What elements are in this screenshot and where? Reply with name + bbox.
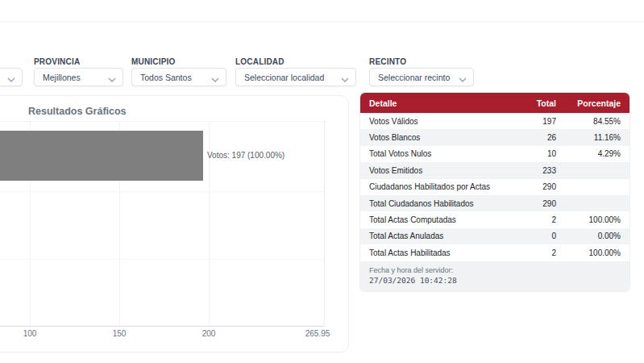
row-total: 2: [492, 215, 556, 224]
table-footer: Fecha y hora del servidor: 27/03/2026 10…: [360, 261, 629, 291]
row-total: 0: [492, 232, 556, 240]
row-porcentaje: 4.29%: [556, 149, 621, 158]
row-detalle: Votos Emitidos: [369, 166, 492, 175]
recinto-label: RECINTO: [369, 57, 406, 66]
recinto-select-value: Seleccionar recinto: [378, 73, 450, 82]
chevron-down-icon: [459, 75, 467, 85]
row-detalle: Total Actas Habilitadas: [369, 248, 492, 257]
x-tick-label: 200: [185, 329, 233, 338]
provincia-label: PROVINCIA: [34, 57, 80, 66]
provincia-select[interactable]: Mejillones: [34, 68, 123, 86]
row-porcentaje: 11.16%: [556, 133, 621, 142]
table-row: Total Actas Anuladas 0 0.00%: [360, 228, 629, 244]
x-tick-label: 265.95: [293, 329, 342, 338]
header-detalle: Detalle: [369, 98, 492, 108]
table-header-row: Detalle Total Porcentaje: [360, 93, 629, 113]
row-total: 2: [492, 248, 556, 257]
table-row: Votos Válidos 197 84.55%: [360, 113, 629, 129]
municipio-select-value: Todos Santos: [140, 73, 192, 82]
votos-bar: [0, 131, 203, 181]
row-porcentaje: 84.55%: [556, 117, 621, 126]
row-detalle: Votos Válidos: [369, 117, 492, 126]
chevron-down-icon: [211, 75, 219, 85]
row-porcentaje: 100.00%: [556, 248, 621, 257]
votos-bar-label: Votos: 197 (100.00%): [207, 151, 285, 160]
row-detalle: Total Ciudadanos Habilitados: [369, 199, 492, 208]
top-navbar: [0, 0, 644, 23]
x-axis-line: [0, 326, 324, 327]
row-total: 197: [492, 117, 556, 126]
row-porcentaje: 0.00%: [556, 232, 621, 240]
table-row: Votos Blancos 26 11.16%: [360, 129, 629, 145]
results-table: Detalle Total Porcentaje Votos Válidos 1…: [360, 93, 629, 291]
municipio-label: MUNICIPIO: [131, 57, 176, 66]
header-porcentaje: Porcentaje: [556, 98, 621, 108]
table-row: Total Actas Computadas 2 100.00%: [360, 211, 629, 227]
table-row: Total Ciudadanos Habilitados 290: [360, 195, 629, 211]
gridline-horizontal: [0, 259, 324, 260]
chart-title: Resultados Gráficos: [28, 106, 127, 117]
plot-top-border: [0, 121, 324, 122]
plot-right-border: [324, 121, 325, 326]
row-detalle: Votos Blancos: [369, 133, 492, 142]
chevron-down-icon: [7, 75, 15, 85]
chevron-down-icon: [341, 75, 349, 85]
row-total: 10: [492, 149, 556, 158]
server-datetime-value: 27/03/2026 10:42:28: [369, 276, 621, 285]
recinto-select[interactable]: Seleccionar recinto: [369, 68, 474, 86]
row-detalle: Total Actas Computadas: [369, 215, 492, 224]
localidad-select[interactable]: Seleccionar localidad: [235, 68, 356, 86]
row-detalle: Total Votos Nulos: [369, 149, 492, 158]
x-tick-label: 150: [95, 329, 143, 338]
localidad-label: LOCALIDAD: [235, 57, 285, 66]
row-detalle: Ciudadanos Habilitados por Actas Computa…: [369, 182, 492, 191]
gridline-horizontal: [0, 191, 324, 192]
municipio-select[interactable]: Todos Santos: [131, 68, 226, 86]
departamento-select-partial[interactable]: [0, 68, 23, 86]
row-total: 290: [492, 199, 556, 208]
server-datetime-label: Fecha y hora del servidor:: [369, 266, 621, 274]
row-total: 290: [492, 182, 556, 191]
table-body: Votos Válidos 197 84.55% Votos Blancos 2…: [360, 113, 629, 261]
header-total: Total: [492, 98, 556, 108]
table-row: Total Actas Habilitadas 2 100.00%: [360, 244, 629, 261]
localidad-select-value: Seleccionar localidad: [244, 73, 324, 82]
x-tick-label: 100: [6, 329, 54, 338]
page: PROVINCIA Mejillones MUNICIPIO Todos San…: [0, 0, 644, 363]
row-detalle: Total Actas Anuladas: [369, 232, 492, 240]
row-porcentaje: 100.00%: [556, 215, 621, 224]
row-total: 26: [492, 133, 556, 142]
provincia-select-value: Mejillones: [43, 73, 81, 82]
table-row: Votos Emitidos 233: [360, 162, 629, 178]
row-total: 233: [492, 166, 556, 175]
table-row: Ciudadanos Habilitados por Actas Computa…: [360, 179, 629, 195]
chevron-down-icon: [108, 75, 116, 85]
table-row: Total Votos Nulos 10 4.29%: [360, 146, 629, 162]
